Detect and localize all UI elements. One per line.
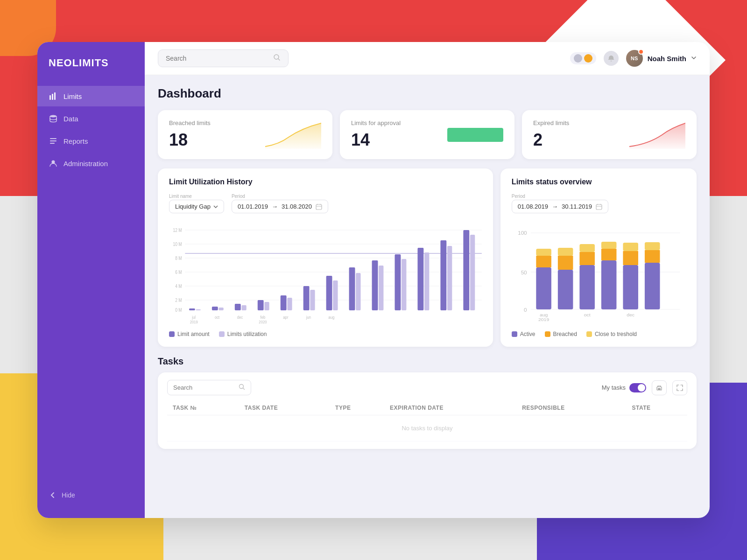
light-mode-icon [574, 54, 582, 63]
sidebar-label-administration: Administration [63, 160, 108, 168]
legend-dot-breached [545, 331, 550, 337]
user-profile[interactable]: NS Noah Smith [626, 50, 697, 67]
svg-text:apr: apr [283, 315, 288, 320]
theme-toggle[interactable] [570, 52, 596, 64]
svg-rect-75 [579, 244, 595, 252]
legend-label-active: Active [520, 331, 536, 337]
svg-text:dec: dec [237, 315, 243, 320]
svg-rect-39 [349, 267, 355, 310]
user-icon [49, 159, 58, 168]
svg-rect-79 [623, 265, 638, 309]
svg-text:jun: jun [306, 315, 311, 320]
svg-text:2 M: 2 M [175, 298, 182, 303]
legend-dot-active [512, 331, 517, 337]
col-task-number: Task № [167, 401, 239, 415]
main-container: NEOLIMITS Limits [37, 42, 710, 518]
legend-dot-light [219, 331, 225, 337]
svg-rect-10 [316, 204, 322, 210]
task-search-box[interactable] [167, 380, 251, 395]
svg-rect-47 [440, 240, 446, 310]
date-range-status[interactable]: 01.08.2019 → 30.11.2019 [512, 200, 608, 213]
search-box[interactable] [158, 49, 289, 67]
svg-rect-4 [50, 138, 56, 139]
task-search-input[interactable] [173, 384, 235, 391]
date-range-utilization[interactable]: 01.01.2019 → 31.08.2020 [232, 200, 328, 213]
svg-rect-29 [235, 304, 241, 310]
sidebar-label-reports: Reports [63, 137, 88, 145]
sidebar: NEOLIMITS Limits [37, 42, 145, 518]
svg-text:12 M: 12 M [173, 228, 182, 233]
legend-dot-purple [169, 331, 175, 337]
avatar-badge [638, 49, 644, 55]
sidebar-hide[interactable]: Hide [37, 483, 145, 507]
svg-rect-46 [424, 252, 429, 310]
utilization-legend: Limit amount Limits utilization [169, 331, 482, 337]
kpi-label-breached: Breached limits [169, 119, 211, 126]
search-input[interactable] [166, 55, 269, 62]
limits-status-title: Limits status overview [512, 178, 685, 186]
content-area: NS Noah Smith Dashboard [145, 42, 710, 518]
svg-rect-74 [579, 252, 595, 265]
sidebar-item-reports[interactable]: Reports [37, 131, 145, 151]
legend-dot-close [586, 331, 592, 337]
page-title: Dashboard [158, 86, 697, 101]
kpi-chart-expired [629, 121, 685, 149]
sidebar-item-administration[interactable]: Administration [37, 153, 145, 174]
svg-rect-71 [558, 256, 573, 270]
svg-text:oct: oct [584, 313, 591, 317]
legend-label-breached: Breached [553, 331, 577, 337]
toggle-knob [638, 384, 645, 392]
svg-text:2020: 2020 [259, 319, 267, 323]
svg-text:2019: 2019 [190, 319, 198, 323]
tasks-toolbar: My tasks [167, 380, 687, 395]
notifications-icon[interactable] [604, 51, 619, 66]
tasks-section: Tasks [158, 356, 697, 449]
limit-utilization-card: Limit Utilization History Limit name Liq… [158, 168, 493, 347]
svg-text:50: 50 [521, 270, 527, 275]
topbar-icons: NS Noah Smith [570, 50, 697, 67]
svg-rect-6 [50, 143, 55, 144]
print-button[interactable] [652, 380, 667, 395]
svg-rect-43 [395, 254, 401, 310]
tasks-actions: My tasks [602, 380, 687, 395]
svg-rect-72 [558, 248, 573, 256]
period-end: 31.08.2020 [282, 203, 312, 210]
sidebar-item-data[interactable]: Data [37, 108, 145, 129]
svg-rect-5 [50, 140, 56, 141]
legend-label-close: Close to treshold [595, 331, 637, 337]
my-tasks-toggle: My tasks [602, 383, 646, 392]
status-period-label: Period [512, 194, 608, 199]
period-label: Period [232, 194, 328, 199]
kpi-value-breached: 18 [169, 130, 211, 150]
col-task-date: Task date [239, 401, 330, 415]
svg-rect-30 [241, 305, 246, 310]
svg-rect-76 [601, 260, 617, 309]
kpi-label-expired: Expired limits [533, 119, 569, 126]
svg-rect-70 [558, 270, 573, 309]
svg-rect-83 [645, 250, 660, 263]
tasks-title: Tasks [158, 356, 697, 367]
svg-point-89 [240, 385, 244, 389]
expand-button[interactable] [672, 380, 687, 395]
svg-text:6 M: 6 M [175, 270, 182, 275]
kpi-card-expired: Expired limits 2 [522, 110, 697, 159]
svg-rect-82 [645, 263, 660, 309]
svg-rect-45 [417, 248, 423, 310]
status-legend: Active Breached Close to treshold [512, 331, 685, 337]
tasks-card: My tasks [158, 372, 697, 449]
my-tasks-label: My tasks [602, 384, 626, 391]
topbar: NS Noah Smith [145, 42, 710, 75]
kpi-value-approval: 14 [351, 130, 401, 150]
task-search-icon [239, 384, 245, 392]
utilization-bar-chart: 12 M 10 M 8 M 6 M 4 M 2 M 0 M [169, 221, 482, 323]
page-content: Dashboard Breached limits 18 [145, 75, 710, 518]
svg-text:2019: 2019 [538, 317, 549, 322]
my-tasks-switch[interactable] [629, 383, 646, 392]
svg-rect-91 [658, 388, 661, 390]
svg-rect-50 [470, 235, 475, 310]
svg-rect-49 [463, 230, 469, 310]
svg-text:0: 0 [524, 308, 527, 313]
sidebar-item-limits[interactable]: Limits [37, 86, 145, 106]
svg-text:4 M: 4 M [175, 284, 182, 289]
limit-name-select[interactable]: Liquidity Gap [169, 200, 224, 213]
